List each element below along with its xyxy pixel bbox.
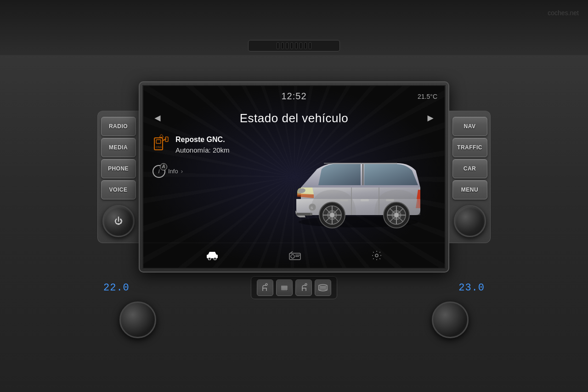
svg-point-35 — [208, 257, 211, 260]
left-panel: RADIO MEDIA PHONE VOICE ⏻ — [97, 111, 139, 243]
svg-rect-1 — [156, 140, 161, 143]
next-arrow[interactable]: ► — [425, 112, 435, 124]
left-temp-value: 22.0 — [103, 282, 130, 294]
volume-knob[interactable] — [454, 205, 486, 237]
info-circle-a: A — [160, 163, 167, 170]
bottom-knobs-area — [96, 301, 492, 338]
screen-title: Estado del vehículo — [240, 111, 348, 125]
nav-icon-radio[interactable] — [289, 251, 301, 260]
right-climate-knob[interactable] — [432, 301, 469, 338]
svg-point-23 — [330, 213, 334, 217]
seat-heat-driver-btn[interactable] — [257, 279, 273, 296]
left-temp-display: 22.0 — [103, 282, 130, 294]
fuel-warning-line2: Autonomía: 20km — [175, 146, 230, 154]
vent-slot — [295, 42, 298, 49]
svg-point-31 — [394, 213, 399, 217]
vent-slot — [309, 42, 311, 49]
rear-window-btn[interactable] — [315, 279, 331, 296]
fuel-warning: CNG Reposte GNC. Autonomía: 20km — [153, 134, 281, 156]
climate-controls — [251, 276, 337, 299]
screen-content: CNG Reposte GNC. Autonomía: 20km — [143, 130, 445, 243]
dashboard: coches.net RADIO MEDIA PHONE VOICE ⏻ 12:… — [0, 0, 588, 392]
screen-header: 12:52 21.5°C — [143, 86, 445, 107]
menu-button[interactable]: MENU — [452, 180, 487, 199]
svg-point-41 — [375, 254, 378, 257]
fuel-icon: CNG — [153, 134, 170, 152]
screen-bottom-nav — [143, 243, 445, 268]
screen-temperature: 21.5°C — [418, 93, 437, 100]
car-image: S — [287, 144, 430, 229]
nav-icon-settings[interactable] — [371, 250, 382, 261]
fuel-text: Reposte GNC. Autonomía: 20km — [175, 134, 230, 156]
left-climate-knob[interactable] — [119, 301, 156, 338]
vent-slot — [281, 42, 284, 49]
vent-slot — [290, 42, 293, 49]
lower-section: 22.0 — [99, 276, 489, 299]
car-image-section: S — [281, 134, 435, 238]
right-temp-value: 23.0 — [458, 282, 485, 294]
defrost-btn[interactable] — [276, 279, 293, 296]
radio-button[interactable]: RADIO — [101, 117, 136, 136]
top-vent — [248, 40, 340, 51]
nav-button[interactable]: NAV — [452, 117, 487, 136]
prev-arrow[interactable]: ◄ — [153, 112, 163, 124]
seat-heat-passenger-btn[interactable] — [295, 279, 312, 296]
screen-time: 12:52 — [281, 91, 306, 102]
svg-point-38 — [291, 255, 294, 258]
right-temp-display: 23.0 — [458, 282, 485, 294]
power-knob[interactable]: ⏻ — [102, 205, 135, 237]
fuel-warning-line1: Reposte GNC. — [175, 134, 230, 145]
phone-button[interactable]: PHONE — [101, 159, 136, 178]
screen-bezel: 12:52 21.5°C ◄ Estado del vehículo ► — [139, 81, 449, 273]
svg-rect-11 — [361, 199, 369, 201]
center-unit: RADIO MEDIA PHONE VOICE ⏻ 12:52 21.5°C — [97, 81, 491, 273]
nav-icon-car[interactable] — [206, 251, 219, 260]
car-button[interactable]: CAR — [452, 159, 487, 178]
voice-button[interactable]: VOICE — [101, 180, 136, 199]
svg-rect-32 — [324, 163, 397, 164]
vent-slot — [277, 42, 279, 49]
svg-text:CNG: CNG — [156, 146, 162, 148]
vent-slot — [304, 42, 307, 49]
info-arrow: › — [181, 168, 183, 175]
info-circle: i A — [153, 165, 165, 178]
svg-point-42 — [266, 284, 267, 285]
svg-line-2 — [163, 139, 166, 141]
traffic-button[interactable]: TRAFFIC — [452, 138, 487, 157]
info-button[interactable]: i A Info › — [153, 165, 281, 178]
info-section: CNG Reposte GNC. Autonomía: 20km — [153, 134, 281, 238]
svg-point-36 — [214, 257, 216, 260]
media-button[interactable]: MEDIA — [101, 138, 136, 157]
right-panel: NAV TRAFFIC CAR MENU — [449, 111, 491, 243]
top-strip — [0, 0, 588, 55]
svg-marker-5 — [159, 134, 163, 137]
svg-rect-15 — [296, 213, 312, 216]
power-icon: ⏻ — [114, 216, 123, 226]
vent-slot — [286, 42, 288, 49]
watermark: coches.net — [548, 9, 579, 17]
vent-slot — [300, 42, 302, 49]
infotainment-screen: 12:52 21.5°C ◄ Estado del vehículo ► — [143, 86, 445, 268]
info-label-text: Info — [168, 168, 178, 175]
screen-title-bar: ◄ Estado del vehículo ► — [143, 107, 445, 130]
svg-point-43 — [305, 284, 307, 285]
screen-wrapper: 12:52 21.5°C ◄ Estado del vehículo ► — [142, 85, 446, 269]
